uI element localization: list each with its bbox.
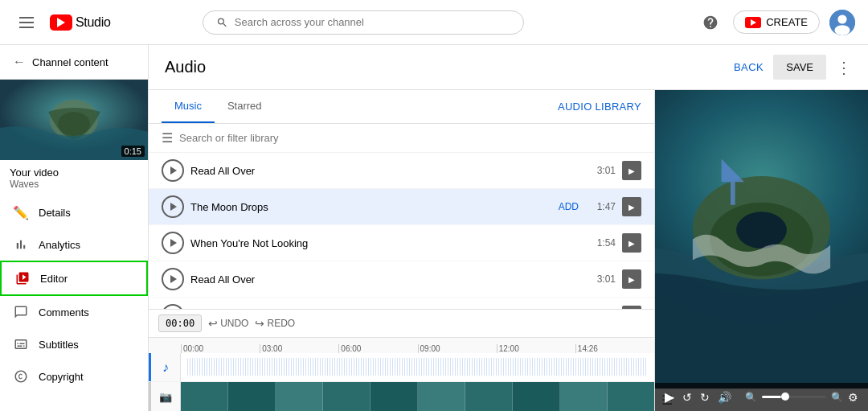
track-row: Read All Over 3:01 ▶	[149, 153, 654, 189]
page-layout: ← Channel content 0:15 Your video	[0, 45, 868, 411]
search-input[interactable]	[235, 16, 510, 28]
content-header: Audio BACK SAVE ⋮	[149, 45, 868, 90]
zoom-slider-thumb	[781, 393, 789, 401]
settings-button[interactable]: ⚙	[848, 391, 858, 404]
editor-icon	[14, 270, 31, 286]
comments-label: Comments	[39, 306, 89, 319]
audio-track-content[interactable]	[181, 353, 654, 381]
subtitles-label: Subtitles	[39, 339, 79, 351]
copyright-label: Copyright	[39, 371, 84, 383]
video-camera-icon: 📷	[159, 391, 172, 403]
details-icon: ✏️	[13, 204, 29, 220]
video-thumbnail: 0:15	[0, 80, 148, 160]
create-icon	[745, 17, 761, 28]
sidebar: ← Channel content 0:15 Your video	[0, 45, 149, 411]
create-button[interactable]: CREATE	[733, 10, 820, 34]
video-track-row: 📷	[149, 382, 654, 411]
back-link[interactable]: BACK	[734, 61, 764, 73]
editor-label: Editor	[40, 273, 68, 285]
video-frame-8	[513, 382, 560, 411]
top-navigation: Studio CREATE	[0, 0, 868, 45]
more-options-button[interactable]: ⋮	[836, 58, 852, 77]
volume-button[interactable]: 🔊	[718, 391, 731, 404]
hamburger-menu[interactable]	[13, 10, 40, 35]
preview-button-0[interactable]: ▶	[622, 161, 641, 180]
preview-button-1[interactable]: ▶	[622, 197, 641, 216]
video-track-content[interactable]	[181, 382, 654, 411]
help-button[interactable]	[698, 10, 723, 35]
track-name-1: The Moon Drops	[190, 201, 546, 213]
play-button-3[interactable]	[162, 268, 184, 290]
save-button[interactable]: SAVE	[773, 55, 826, 80]
logo[interactable]: Studio	[50, 14, 111, 31]
help-icon	[702, 14, 719, 31]
video-frame-5	[371, 382, 418, 411]
rewind-button[interactable]: ↺	[682, 391, 692, 404]
copyright-icon	[13, 368, 29, 384]
zoom-in-icon[interactable]: 🔍	[831, 392, 843, 403]
audio-title: Audio	[165, 58, 206, 76]
video-frame-9	[560, 382, 608, 411]
track-row-highlighted: The Moon Drops ADD 1:47 ▶	[149, 189, 654, 225]
audio-waveform	[187, 358, 648, 376]
thumb-duration: 0:15	[121, 146, 145, 157]
redo-label: REDO	[267, 318, 295, 329]
timeline-toolbar: 00:00 ↩ UNDO ↪ REDO	[149, 309, 654, 337]
zoom-slider-fill	[762, 396, 781, 398]
play-button-1[interactable]	[162, 195, 184, 218]
audio-library-link[interactable]: AUDIO LIBRARY	[558, 101, 641, 113]
preview-button-3[interactable]: ▶	[622, 269, 641, 289]
sidebar-item-subtitles[interactable]: Subtitles	[0, 328, 148, 360]
sidebar-back[interactable]: ← Channel content	[0, 45, 148, 80]
create-label: CREATE	[766, 16, 808, 28]
ruler-mark-5: 14:26	[575, 344, 654, 353]
video-play-button[interactable]: ▶	[665, 389, 674, 405]
sidebar-item-copyright[interactable]: Copyright	[0, 360, 148, 393]
undo-label: UNDO	[220, 318, 248, 329]
video-frame-3	[276, 382, 323, 411]
search-bar	[203, 10, 524, 35]
zoom-out-icon[interactable]: 🔍	[745, 392, 757, 403]
video-frame-10	[608, 382, 654, 411]
sidebar-item-comments[interactable]: Comments	[0, 296, 148, 328]
svg-point-9	[736, 212, 787, 249]
track-list: Read All Over 3:01 ▶ The Moon Drops ADD …	[149, 153, 654, 309]
filter-input[interactable]	[179, 132, 641, 144]
undo-button[interactable]: ↩ UNDO	[208, 317, 248, 330]
avatar[interactable]	[829, 10, 855, 35]
filter-icon: ☰	[162, 130, 173, 146]
track-row-4: The Goon's Loose 2:34 ▶	[149, 298, 654, 309]
redo-button[interactable]: ↪ REDO	[255, 317, 295, 330]
ruler-mark-4: 12:00	[497, 344, 575, 353]
sidebar-item-details[interactable]: ✏️ Details	[0, 196, 148, 228]
video-preview-area	[655, 90, 868, 388]
video-subtitle: Waves	[10, 179, 138, 190]
ruler-mark-2: 06:00	[338, 344, 417, 353]
tab-starred[interactable]: Starred	[215, 90, 275, 123]
sidebar-item-editor[interactable]: Editor	[0, 261, 148, 296]
forward-button[interactable]: ↻	[700, 391, 710, 404]
add-button-1[interactable]: ADD	[552, 198, 585, 216]
nav-right: CREATE	[698, 10, 855, 35]
header-actions: BACK SAVE ⋮	[734, 55, 852, 80]
preview-button-2[interactable]: ▶	[622, 233, 641, 253]
analytics-label: Analytics	[39, 239, 80, 251]
ruler-mark-1: 03:00	[260, 344, 338, 353]
youtube-icon	[50, 14, 72, 31]
filter-bar: ☰	[149, 124, 654, 153]
track-duration-0: 3:01	[592, 165, 616, 176]
video-controls: ▶ ↺ ↻ 🔊 🔍 🔍 ⚙	[655, 383, 868, 411]
zoom-slider-track[interactable]	[762, 396, 826, 398]
track-duration-1: 1:47	[592, 201, 616, 212]
time-ruler: 00:00 03:00 06:00 09:00 12:00 14:26	[149, 337, 654, 353]
play-button-0[interactable]	[162, 159, 184, 182]
video-frame-7	[465, 382, 513, 411]
tab-music[interactable]: Music	[162, 90, 215, 123]
video-frame-6	[418, 382, 465, 411]
analytics-icon	[13, 236, 29, 253]
play-button-2[interactable]	[162, 232, 184, 254]
sidebar-item-analytics[interactable]: Analytics	[0, 228, 148, 261]
tabs-row: Music Starred AUDIO LIBRARY	[149, 90, 654, 124]
track-rows: ♪ 📷	[149, 353, 654, 411]
studio-label: Studio	[76, 15, 111, 30]
